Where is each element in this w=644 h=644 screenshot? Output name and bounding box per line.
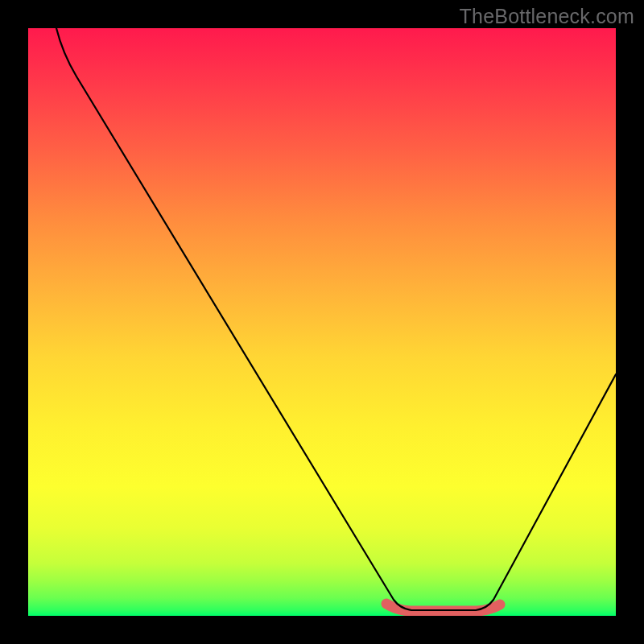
curve-layer [28, 28, 616, 616]
watermark-text: TheBottleneck.com [460, 5, 634, 28]
plot-area [28, 28, 616, 616]
chart-frame: TheBottleneck.com [0, 0, 644, 644]
bottleneck-curve [56, 28, 616, 610]
